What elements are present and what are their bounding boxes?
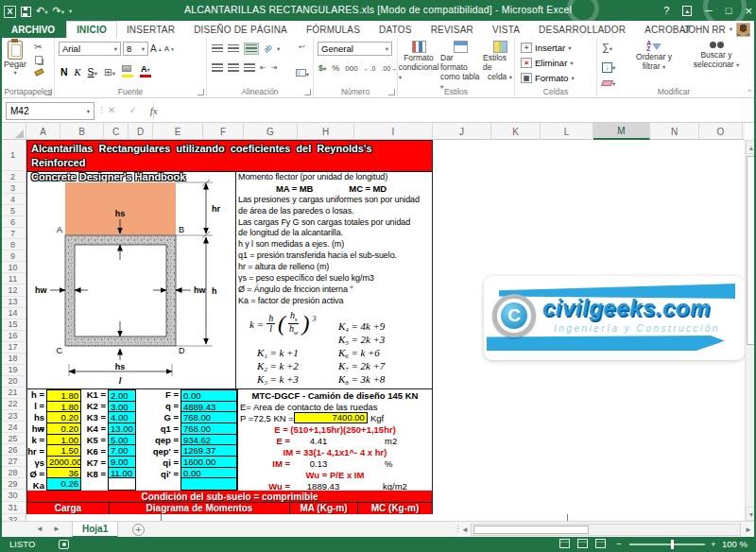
fill-button[interactable]: ↓▾ [602, 57, 615, 74]
ribbon-tab[interactable]: REVISAR [421, 21, 483, 38]
load-value-cell[interactable]: 768.00 [181, 423, 236, 435]
load-label-cell[interactable]: qi' = [136, 469, 180, 480]
enter-entry-button[interactable]: ✓ [129, 105, 136, 116]
row-header[interactable]: 7 [0, 228, 26, 239]
column-header[interactable]: I [354, 123, 433, 140]
row-header[interactable]: 18 [0, 354, 26, 365]
font-dialog-launcher[interactable] [198, 89, 204, 95]
row-header[interactable]: 25 [0, 433, 26, 444]
load-label-cell[interactable]: F = [136, 389, 180, 401]
param-value-cell[interactable]: 0.20 [47, 423, 80, 435]
sheet-nav-prev[interactable]: ◄ [36, 525, 43, 533]
row-header[interactable]: 24 [0, 422, 26, 433]
param-label-cell[interactable]: k = [27, 435, 46, 446]
find-select-button[interactable]: Buscar yseleccionar ▾ [687, 41, 746, 69]
increase-decimal-button[interactable]: ←.0 [364, 65, 376, 72]
ribbon-tab[interactable]: VISTA [483, 21, 529, 38]
load-label-cell[interactable]: qep' = [136, 446, 180, 457]
row-header[interactable]: 2 [0, 171, 26, 182]
param-value-cell[interactable]: 2000.00 [47, 457, 80, 468]
param-value-cell[interactable]: 1.00 [47, 435, 80, 446]
row-header[interactable]: 23 [0, 410, 26, 422]
kcoef-label-cell[interactable]: K6 = [81, 446, 108, 457]
kcoef-label-cell[interactable]: K1 = [81, 389, 108, 401]
kcoef-label-cell[interactable]: K8 = [81, 469, 108, 480]
name-box[interactable]: M42▾ [6, 102, 94, 120]
horizontal-scroll-thumb[interactable] [473, 526, 589, 534]
kcoef-value-cell[interactable]: 7.00 [109, 445, 135, 457]
param-value-cell[interactable]: 36 [47, 468, 80, 479]
row-header[interactable]: 20 [0, 376, 26, 388]
param-label-cell[interactable]: hw = [27, 423, 46, 435]
bold-button[interactable]: N [60, 66, 68, 78]
load-value-cell[interactable]: 1269.37 [181, 445, 236, 457]
user-menu[interactable]: JOHN RR ▾ [683, 21, 750, 38]
row-header[interactable]: 30 [0, 490, 26, 502]
number-format-combo[interactable]: General▾ [318, 42, 392, 56]
row-header[interactable]: 10 [0, 262, 26, 273]
row-header[interactable]: 15 [0, 319, 26, 331]
row-header[interactable]: 22 [0, 399, 26, 410]
load-label-cell[interactable]: q = [136, 401, 180, 412]
decrease-indent-icon[interactable]: ⇤ [260, 63, 266, 72]
kcoef-label-cell[interactable]: K2 = [81, 401, 108, 412]
kcoef-value-cell[interactable]: 4.00 [109, 412, 135, 423]
autosum-button[interactable]: ∑▾ [602, 42, 612, 53]
format-cells-button[interactable]: ▦Formato▾ [521, 73, 575, 83]
italic-button[interactable]: K [75, 67, 81, 78]
cell-styles-button[interactable]: Estilos decelda ▾ [483, 41, 517, 91]
conditional-formatting-button[interactable]: Formatocondicional ▾ [400, 41, 438, 91]
row-header[interactable]: 29 [0, 478, 26, 490]
row-header[interactable]: 6 [0, 216, 26, 228]
fill-color-button[interactable] [122, 62, 133, 78]
underline-button[interactable]: S▾ [88, 66, 97, 78]
alignment-dialog-launcher[interactable] [304, 89, 311, 95]
column-header[interactable]: F [203, 123, 244, 140]
param-label-cell[interactable]: h = [27, 389, 46, 401]
param-label-cell[interactable]: hs = [27, 412, 46, 423]
format-as-table-button[interactable]: Dar formatocomo tabla ▾ [440, 41, 480, 91]
column-header[interactable]: K [491, 123, 541, 140]
kcoef-value-cell[interactable]: 3.00 [109, 402, 135, 413]
row-header[interactable]: 9 [0, 250, 26, 262]
align-top-icon[interactable] [212, 44, 223, 53]
macro-record-icon[interactable] [59, 540, 69, 549]
sort-filter-button[interactable]: AZ Ordenar yfiltrar ▾ [626, 41, 682, 71]
hscroll-left-arrow[interactable]: ◄ [461, 526, 469, 534]
align-bottom-icon[interactable] [244, 43, 259, 55]
clipboard-dialog-launcher[interactable] [45, 89, 52, 95]
comma-style-button[interactable]: 000 [345, 64, 357, 73]
row-header[interactable]: 5 [0, 205, 26, 216]
font-color-button[interactable]: A▾ [140, 64, 151, 78]
param-label-cell[interactable]: γs = [27, 457, 46, 469]
row-header[interactable]: 12 [0, 285, 26, 296]
cut-button[interactable]: ✂ [34, 42, 42, 52]
row-header[interactable]: 14 [0, 308, 26, 319]
align-right-icon[interactable] [244, 63, 255, 72]
column-header[interactable]: N [650, 123, 699, 140]
maximize-button[interactable]: □ [726, 5, 732, 16]
load-label-cell[interactable]: qep = [136, 435, 180, 446]
zoom-out-button[interactable]: − [616, 539, 622, 549]
row-header[interactable]: 31 [0, 502, 26, 514]
decrease-decimal-button[interactable]: .00→ [382, 65, 398, 72]
copy-icon[interactable] [35, 56, 43, 64]
row-header[interactable]: 13 [0, 297, 26, 308]
collapse-ribbon-button[interactable]: ^ [747, 87, 751, 95]
delete-cells-button[interactable]: ×Eliminar▾ [521, 58, 574, 68]
sheet-nav-next[interactable]: ► [53, 525, 60, 533]
row-header[interactable]: 21 [0, 388, 26, 399]
zoom-slider[interactable] [629, 543, 705, 545]
kcoef-value-cell[interactable] [109, 478, 135, 490]
load-value-cell[interactable]: 768.00 [181, 412, 236, 423]
column-header[interactable]: O [699, 123, 743, 140]
column-header[interactable]: D [129, 123, 153, 140]
kcoef-value-cell[interactable]: 2.00 [109, 390, 135, 402]
param-label-cell[interactable]: hr = [27, 446, 46, 457]
row-header[interactable]: 8 [0, 239, 26, 250]
close-button[interactable]: × [745, 4, 752, 18]
row-header[interactable]: 32 [0, 514, 26, 521]
kcoef-value-cell[interactable]: 9.00 [109, 457, 135, 468]
orientation-button[interactable]: ab [262, 43, 274, 55]
load-value-cell[interactable]: 0.00 [181, 390, 236, 402]
